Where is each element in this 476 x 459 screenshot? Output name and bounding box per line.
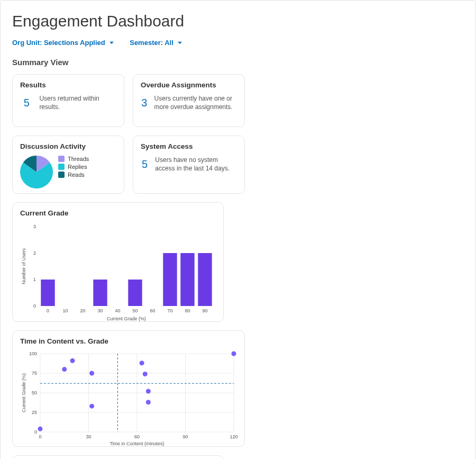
svg-text:40: 40 (115, 308, 120, 313)
svg-text:0: 0 (34, 429, 37, 435)
svg-text:50: 50 (32, 390, 37, 395)
legend-replies: Replies (58, 164, 89, 170)
svg-text:30: 30 (86, 434, 91, 439)
card-results-title: Results (20, 81, 116, 89)
svg-text:Current Grade (%): Current Grade (%) (107, 316, 146, 321)
card-system-access[interactable]: System Access 5 Users have no system acc… (133, 136, 245, 194)
svg-text:0: 0 (39, 434, 41, 439)
card-system-access-stat: 5 Users have no system access in the las… (141, 156, 237, 173)
svg-text:Number of Users: Number of Users (21, 248, 26, 284)
filter-semester-label: Semester: All (130, 39, 173, 47)
card-overdue-stat: 3 Users currently have one or more overd… (141, 94, 237, 111)
legend-threads-label: Threads (68, 156, 89, 162)
svg-text:75: 75 (32, 371, 37, 376)
svg-point-53 (140, 361, 144, 365)
discussion-pie (20, 156, 53, 188)
discussion-legend: Threads Replies Reads (58, 156, 89, 179)
row1-left-col: Results 5 Users returned within results.… (12, 74, 245, 194)
svg-point-56 (146, 400, 151, 404)
card-discussion-title: Discussion Activity (20, 142, 116, 150)
svg-point-49 (62, 367, 67, 372)
current-grade-chart: 01230102030405060708090Current Grade (%)… (20, 222, 216, 317)
svg-text:25: 25 (32, 410, 37, 415)
svg-point-54 (143, 372, 148, 376)
dashboard-page: Engagement Dashboard Org Unit: Selection… (0, 0, 476, 459)
svg-rect-11 (163, 253, 177, 306)
discussion-body: Threads Replies Reads (20, 156, 116, 188)
cards-row2: Time in Content vs. Grade 03060901200255… (12, 330, 464, 459)
filter-org-unit[interactable]: Org Unit: Selections Applied (12, 39, 115, 47)
svg-text:90: 90 (182, 434, 188, 439)
legend-reads-label: Reads (68, 172, 85, 178)
card-overdue-text: Users currently have one or more overdue… (154, 94, 237, 111)
svg-text:10: 10 (62, 308, 68, 313)
svg-text:20: 20 (80, 308, 85, 313)
swatch-replies (58, 164, 65, 170)
card-discussion[interactable]: Discussion Activity Threads (12, 136, 124, 194)
svg-text:70: 70 (167, 308, 172, 313)
legend-threads: Threads (58, 156, 89, 162)
card-time-vs-grade[interactable]: Time in Content vs. Grade 03060901200255… (12, 330, 245, 447)
svg-point-57 (232, 352, 236, 356)
svg-point-55 (146, 389, 151, 394)
card-overdue-title: Overdue Assignments (141, 81, 237, 89)
svg-text:3: 3 (33, 224, 36, 229)
svg-point-51 (89, 371, 94, 376)
legend-reads: Reads (58, 172, 89, 178)
svg-text:90: 90 (202, 308, 207, 313)
card-overdue[interactable]: Overdue Assignments 3 Users currently ha… (133, 74, 245, 127)
chevron-down-icon (108, 40, 115, 46)
card-course-access[interactable]: Course Access 036912Never> 14 days ago7-… (12, 455, 224, 459)
page-title: Engagement Dashboard (12, 12, 464, 30)
svg-rect-4 (41, 280, 54, 306)
filter-semester[interactable]: Semester: All (130, 39, 183, 47)
svg-point-52 (89, 404, 94, 409)
svg-text:Current Grade (%): Current Grade (%) (21, 373, 26, 412)
legend-replies-label: Replies (68, 164, 87, 170)
svg-text:1: 1 (33, 277, 36, 282)
svg-text:100: 100 (29, 351, 37, 356)
card-current-grade-title: Current Grade (20, 209, 216, 217)
svg-text:80: 80 (185, 308, 190, 313)
cards-row1: Results 5 Users returned within results.… (12, 74, 464, 322)
svg-point-48 (38, 427, 43, 431)
card-results-text: Users returned within results. (39, 94, 116, 111)
svg-text:60: 60 (134, 434, 140, 439)
card-system-access-text: Users have no system access in the last … (155, 156, 237, 173)
svg-text:0: 0 (47, 308, 49, 313)
card-tvg-title: Time in Content vs. Grade (20, 337, 237, 345)
chevron-down-icon (177, 40, 183, 46)
svg-text:2: 2 (33, 250, 36, 256)
svg-rect-7 (93, 280, 107, 306)
svg-text:0: 0 (33, 303, 36, 309)
svg-text:30: 30 (97, 308, 103, 313)
section-title: Summary View (12, 58, 464, 67)
svg-text:50: 50 (132, 308, 138, 313)
row1-left-bottom: Discussion Activity Threads (12, 136, 245, 194)
card-system-access-value: 5 (141, 158, 149, 170)
svg-text:60: 60 (150, 308, 155, 313)
swatch-threads (58, 156, 65, 162)
svg-rect-9 (128, 280, 142, 306)
svg-text:120: 120 (230, 434, 237, 439)
swatch-reads (58, 172, 65, 178)
svg-text:Time in Content (minutes): Time in Content (minutes) (109, 441, 164, 446)
tvg-chart: 03060901200255075100Time in Content (min… (20, 350, 237, 442)
card-results-stat: 5 Users returned within results. (20, 94, 116, 111)
card-results-value: 5 (20, 97, 33, 109)
card-system-access-title: System Access (141, 142, 237, 150)
card-overdue-value: 3 (141, 97, 148, 109)
svg-rect-13 (198, 253, 212, 306)
card-current-grade[interactable]: Current Grade 01230102030405060708090Cur… (12, 202, 224, 322)
filters-bar: Org Unit: Selections Applied Semester: A… (12, 38, 464, 47)
svg-rect-12 (180, 253, 194, 306)
card-results[interactable]: Results 5 Users returned within results. (12, 74, 124, 127)
filter-org-unit-label: Org Unit: Selections Applied (12, 39, 105, 47)
row1-left-top: Results 5 Users returned within results.… (12, 74, 245, 127)
svg-point-50 (70, 358, 75, 363)
